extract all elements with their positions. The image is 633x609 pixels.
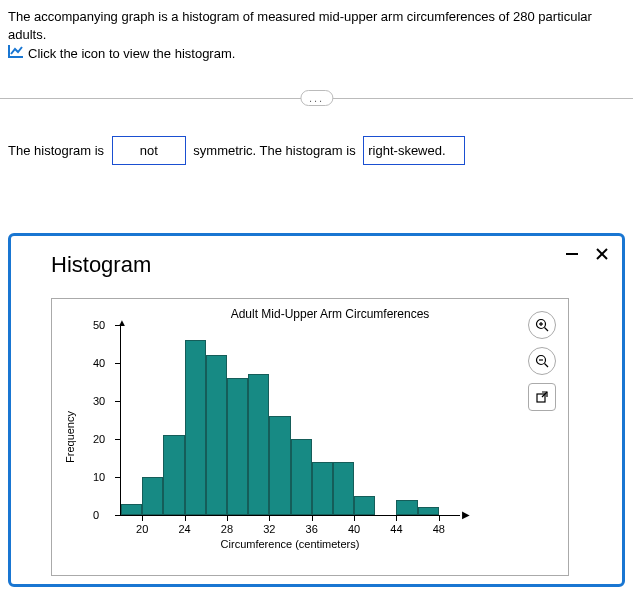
x-tick-label: 24: [178, 523, 190, 535]
y-tick-label: 20: [93, 433, 105, 445]
x-tick-label: 28: [221, 523, 233, 535]
y-tick: [115, 401, 121, 402]
modal-title: Histogram: [51, 252, 606, 278]
intro-text-2: Click the icon to view the histogram.: [28, 45, 235, 63]
close-icon[interactable]: [594, 246, 610, 265]
x-tick: [269, 515, 270, 521]
histogram-bar: [396, 500, 417, 515]
answer-blank-2[interactable]: right-skewed.: [363, 136, 465, 165]
histogram-bar: [354, 496, 375, 515]
x-tick-label: 20: [136, 523, 148, 535]
y-tick-label: 40: [93, 357, 105, 369]
x-tick-label: 44: [390, 523, 402, 535]
histogram-bar: [291, 439, 312, 515]
popout-icon[interactable]: [528, 383, 556, 411]
chart-icon[interactable]: [8, 44, 24, 63]
x-tick-label: 40: [348, 523, 360, 535]
x-tick: [142, 515, 143, 521]
x-tick: [312, 515, 313, 521]
x-tick-label: 36: [306, 523, 318, 535]
svg-line-8: [545, 363, 549, 367]
histogram-bar: [333, 462, 354, 515]
zoom-out-icon[interactable]: [528, 347, 556, 375]
histogram-bar: [248, 374, 269, 515]
y-tick: [115, 515, 121, 516]
x-tick: [354, 515, 355, 521]
svg-line-4: [545, 327, 549, 331]
answer-text-2: symmetric. The histogram is: [193, 143, 355, 158]
y-axis-label: Frequency: [64, 411, 76, 463]
histogram-plot: ▲ ▶ 010203040502024283236404448: [120, 325, 460, 516]
zoom-in-icon[interactable]: [528, 311, 556, 339]
y-tick: [115, 363, 121, 364]
answer-blank-1[interactable]: not: [112, 136, 186, 165]
x-tick-label: 32: [263, 523, 275, 535]
histogram-bar: [121, 504, 142, 515]
chart-frame: Adult Mid-Upper Arm Circumferences Frequ…: [51, 298, 569, 576]
minimize-icon[interactable]: [564, 246, 580, 265]
histogram-bar: [418, 507, 439, 515]
y-tick: [115, 439, 121, 440]
histogram-bar: [312, 462, 333, 515]
histogram-bar: [163, 435, 184, 515]
x-axis-label: Circumference (centimeters): [120, 538, 460, 550]
y-tick-label: 10: [93, 471, 105, 483]
y-tick: [115, 325, 121, 326]
x-tick: [227, 515, 228, 521]
y-tick-label: 50: [93, 319, 105, 331]
histogram-bar: [269, 416, 290, 515]
x-tick: [185, 515, 186, 521]
x-tick-label: 48: [433, 523, 445, 535]
y-tick-label: 0: [93, 509, 99, 521]
y-tick-label: 30: [93, 395, 105, 407]
histogram-modal: Histogram Adult Mid-Upper Arm Circumfere…: [8, 233, 625, 587]
expand-pill[interactable]: ...: [300, 90, 333, 106]
x-axis-arrow: ▶: [462, 509, 470, 520]
histogram-bar: [185, 340, 206, 515]
x-tick: [439, 515, 440, 521]
x-tick: [396, 515, 397, 521]
answer-sentence: The histogram is not symmetric. The hist…: [0, 128, 633, 173]
histogram-bar: [142, 477, 163, 515]
intro-text-1: The accompanying graph is a histogram of…: [8, 8, 625, 44]
histogram-bar: [227, 378, 248, 515]
histogram-bar: [206, 355, 227, 515]
y-tick: [115, 477, 121, 478]
answer-text-1: The histogram is: [8, 143, 104, 158]
chart-title: Adult Mid-Upper Arm Circumferences: [60, 307, 560, 321]
